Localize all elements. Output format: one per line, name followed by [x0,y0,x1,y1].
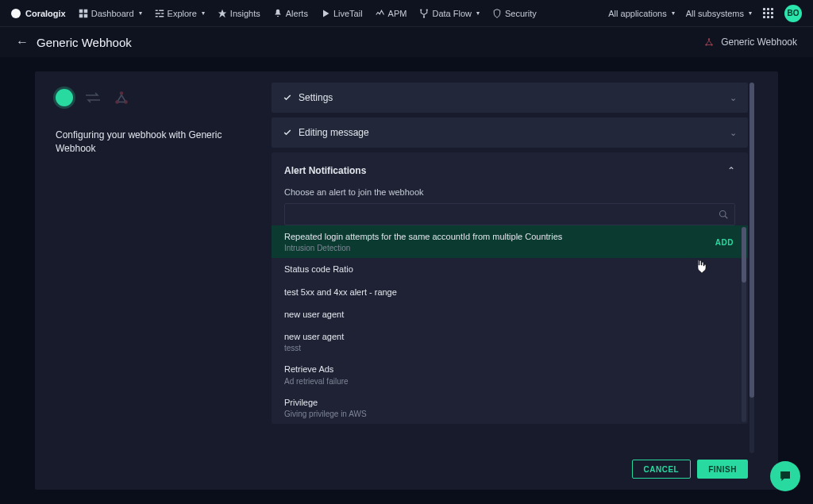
nav-apm-label: APM [388,9,407,18]
play-icon [321,9,330,18]
avatar[interactable]: BO [784,5,802,22]
alert-item-name: Repeated login attempts for the same acc… [284,231,735,242]
alert-search-input[interactable] [291,210,719,219]
alert-item-name: new user agent [284,309,735,320]
actions-row: CANCEL FINISH [272,460,756,479]
nav-dashboard[interactable]: Dashboard ▾ [79,9,142,18]
nav-dataflow[interactable]: Data Flow ▾ [419,9,480,18]
alert-list: Repeated login attempts for the same acc… [272,225,748,424]
section-editing-message-label: Editing message [299,127,369,138]
alert-item-name: Privilege [284,397,735,408]
apps-grid-icon[interactable] [763,8,773,18]
nav-explore[interactable]: Explore ▾ [155,9,205,18]
svg-rect-5 [159,10,164,11]
nav-dataflow-label: Data Flow [432,9,472,18]
alert-item-name: Status code Ratio [284,264,735,275]
chevron-down-icon: ⌄ [730,128,737,138]
svg-rect-4 [155,10,157,11]
dataflow-icon [419,9,429,18]
nav-livetail[interactable]: LiveTail [321,9,363,18]
alert-notifications-label: Alert Notifications [284,165,366,176]
nav-insights[interactable]: Insights [218,9,260,18]
explore-icon [155,9,164,18]
insights-icon [218,9,227,18]
search-icon [719,210,728,219]
left-column: Configuring your webhook with Generic We… [35,71,272,490]
alert-item-name: test 5xx and 4xx alert - range [284,287,735,298]
chat-bubble[interactable] [770,461,800,491]
nav-apm[interactable]: APM [376,9,407,18]
dashboard-icon [79,9,88,18]
svg-rect-2 [79,13,83,17]
nav-explore-label: Explore [168,9,197,18]
alert-item[interactable]: new user agent tesst [272,325,748,358]
alert-item-sub: Ad retrieval failure [284,377,735,386]
alert-item[interactable]: Status code Ratio [272,258,748,280]
section-settings[interactable]: Settings ⌄ [272,83,748,113]
check-icon [283,93,292,102]
alert-item[interactable]: new user agent [272,303,748,325]
svg-point-17 [708,38,710,40]
nav-insights-label: Insights [230,9,260,18]
subsystems-filter-label: All subsystems [686,9,744,18]
svg-point-14 [423,16,425,17]
choose-alert-label: Choose an alert to join the webhook [284,187,735,197]
alert-list-scroll-thumb[interactable] [742,227,746,283]
chevron-down-icon: ▾ [476,10,480,17]
logo[interactable]: Coralogix [11,9,66,18]
page-title: Generic Webhook [37,36,132,49]
panel-scroll-thumb[interactable] [749,83,754,398]
shield-icon [492,9,502,18]
finish-button[interactable]: FINISH [697,460,748,479]
section-alert-notifications: Alert Notifications ⌃ Choose an alert to… [272,152,748,424]
alert-list-scrollbar[interactable] [742,227,746,422]
applications-filter-label: All applications [608,9,666,18]
section-editing-message[interactable]: Editing message ⌄ [272,117,748,148]
chat-icon [778,469,792,483]
svg-rect-8 [155,16,157,17]
svg-rect-6 [155,13,160,14]
alert-item[interactable]: Retrieve Ads Ad retrieval failure [272,358,748,391]
svg-rect-1 [83,9,87,13]
check-icon [283,128,292,137]
icon-row [56,89,130,106]
applications-filter[interactable]: All applications ▾ [608,9,674,18]
svg-line-22 [725,216,727,218]
alert-item[interactable]: Repeated login attempts for the same acc… [272,225,748,258]
apm-icon [376,9,385,18]
chevron-down-icon: ▾ [139,10,142,17]
chevron-down-icon: ▾ [202,10,205,17]
svg-point-13 [426,9,428,10]
subsystems-filter[interactable]: All subsystems ▾ [686,9,752,18]
alert-search[interactable] [284,203,735,225]
alert-item[interactable]: Privilege Giving privilege in AWS [272,391,748,424]
chevron-up-icon: ⌃ [727,165,735,176]
alert-item-name: new user agent [284,331,735,342]
sync-arrows-icon [84,92,102,103]
svg-rect-3 [83,13,87,17]
alert-item[interactable]: test 5xx and 4xx alert - range [272,281,748,303]
nav-alerts-label: Alerts [286,9,308,18]
alert-section-header[interactable]: Alert Notifications ⌃ [284,165,735,176]
add-button[interactable]: ADD [715,237,734,246]
svg-marker-10 [218,9,227,17]
back-arrow-icon[interactable]: ← [16,35,29,49]
nav-security[interactable]: Security [492,9,537,18]
nav-dashboard-label: Dashboard [91,9,134,18]
header-right-label: Generic Webhook [721,37,797,48]
svg-rect-9 [159,16,164,17]
logo-text: Coralogix [25,9,66,18]
alert-item-sub: Giving privilege in AWS [284,410,735,418]
alert-item-name: Retrieve Ads [284,364,735,375]
cancel-button[interactable]: CANCEL [632,460,692,479]
header-right: Generic Webhook [703,37,797,48]
nav-livetail-label: LiveTail [333,9,363,18]
svg-rect-7 [161,13,164,14]
nav-alerts[interactable]: Alerts [273,9,308,18]
webhook-logo-icon [113,89,130,106]
chevron-down-icon: ▾ [672,10,675,17]
svg-rect-0 [79,9,83,13]
content-stack: Settings ⌄ Editing message ⌄ Alert Notif… [272,83,748,424]
svg-point-12 [421,9,422,10]
main-wrap: Configuring your webhook with Generic We… [0,57,813,504]
